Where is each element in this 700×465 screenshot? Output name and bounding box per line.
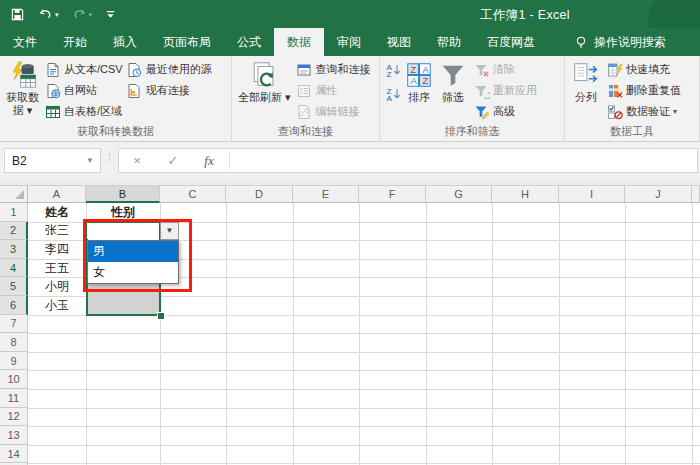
tab-公式[interactable]: 公式	[224, 28, 274, 56]
remove-duplicates-button[interactable]: 删除重复值	[606, 80, 681, 101]
tab-百度网盘[interactable]: 百度网盘	[474, 28, 548, 56]
cell-A3[interactable]: 李四	[28, 240, 86, 259]
refresh-all-button[interactable]: 全部刷新 ▾	[236, 59, 293, 104]
gridline	[28, 352, 700, 353]
redo-button: ▾	[72, 5, 93, 23]
tell-me-search[interactable]: 操作说明搜索	[574, 28, 666, 56]
save-button[interactable]	[10, 5, 25, 23]
existing-connections-button[interactable]: 现有连接	[126, 80, 212, 101]
reapply-filter-button-label: 重新应用	[493, 83, 537, 98]
gridline	[28, 408, 700, 409]
quick-access-toolbar: ▾▾	[10, 5, 116, 23]
insert-function-icon[interactable]: fx	[191, 153, 227, 169]
cell-A1[interactable]: 姓名	[28, 203, 86, 222]
cell-A4[interactable]: 王五	[28, 259, 86, 278]
sort-ascending-button[interactable]: AZ	[384, 61, 402, 78]
ribbon-group-2: AZZAZAAZ排序筛选清除重新应用高级排序和筛选	[380, 56, 565, 141]
row-header-7[interactable]: 7	[0, 315, 28, 334]
get-data-button[interactable]: 获取数据 ▾	[4, 59, 41, 117]
row-header-11[interactable]: 11	[0, 389, 28, 408]
gridline	[28, 445, 700, 446]
from-web-button[interactable]: 自网站	[44, 80, 123, 101]
column-header-D[interactable]: D	[226, 186, 293, 203]
gridline	[28, 370, 700, 371]
column-header-A[interactable]: A	[28, 186, 86, 203]
row-header-8[interactable]: 8	[0, 333, 28, 352]
undo-button-caret-icon[interactable]: ▾	[55, 11, 59, 18]
row-header-13[interactable]: 13	[0, 426, 28, 445]
row-header-6[interactable]: 6	[0, 296, 28, 315]
row-header-9[interactable]: 9	[0, 352, 28, 371]
properties-button-label: 属性	[316, 83, 338, 98]
excel-window: ▾▾ 工作簿1 - Excel 文件开始插入页面布局公式数据审阅视图帮助百度网盘…	[0, 0, 700, 465]
data-validation-button[interactable]: 数据验证▾	[606, 101, 681, 122]
edit-links-button: 编辑链接	[296, 101, 371, 122]
column-header-J[interactable]: J	[625, 186, 692, 203]
worksheet-grid: ABCDEFGHIJ123456789101112131415姓名性别张三李四王…	[0, 186, 700, 465]
svg-text:Z: Z	[387, 70, 392, 78]
existing-connections-button-label: 现有连接	[146, 83, 190, 98]
queries-connections-button-label: 查询和连接	[316, 62, 371, 77]
tab-帮助[interactable]: 帮助	[424, 28, 474, 56]
cell-A5[interactable]: 小明	[28, 277, 86, 296]
gridline	[28, 463, 700, 464]
tab-页面布局[interactable]: 页面布局	[150, 28, 224, 56]
column-header-G[interactable]: G	[426, 186, 492, 203]
tab-插入[interactable]: 插入	[100, 28, 150, 56]
from-text-csv-button[interactable]: 从文本/CSV	[44, 59, 123, 80]
qat-customize-button[interactable]	[105, 5, 116, 23]
flash-fill-button[interactable]: 快速填充	[606, 59, 681, 80]
queries-connections-button[interactable]: 查询和连接	[296, 59, 371, 80]
recent-sources-button[interactable]: 最近使用的源	[126, 59, 212, 80]
from-table-range-button-label: 自表格/区域	[64, 104, 122, 119]
filter-button[interactable]: 筛选	[436, 59, 470, 104]
from-table-range-button[interactable]: 自表格/区域	[44, 101, 123, 122]
row-header-4[interactable]: 4	[0, 259, 28, 278]
redo-button-caret-icon: ▾	[89, 11, 93, 18]
sort-button[interactable]: ZAAZ排序	[402, 59, 436, 104]
gridline	[28, 426, 700, 427]
title-bar: ▾▾ 工作簿1 - Excel	[0, 0, 700, 28]
tab-文件[interactable]: 文件	[0, 28, 50, 56]
fill-handle[interactable]	[157, 312, 165, 320]
lightbulb-icon	[574, 35, 588, 50]
column-header-F[interactable]: F	[359, 186, 426, 203]
svg-text:A: A	[410, 76, 417, 86]
row-header-14[interactable]: 14	[0, 445, 28, 464]
column-header-B[interactable]: B	[86, 186, 160, 203]
sort-descending-button[interactable]: ZA	[384, 85, 402, 102]
name-box-caret-icon[interactable]: ▼	[86, 156, 94, 165]
advanced-filter-button[interactable]: 高级	[473, 101, 537, 122]
enter-icon[interactable]: ✓	[155, 153, 191, 168]
edit-links-button-label: 编辑链接	[316, 104, 360, 119]
existing-connections-icon	[126, 83, 143, 99]
ribbon-group-label: 排序和筛选	[380, 124, 564, 139]
recent-sources-icon	[126, 62, 143, 78]
row-header-1[interactable]: 1	[0, 203, 28, 222]
cell-A2[interactable]: 张三	[28, 222, 86, 241]
remove-duplicates-button-label: 删除重复值	[626, 83, 681, 98]
tab-数据[interactable]: 数据	[274, 28, 324, 56]
row-header-3[interactable]: 3	[0, 240, 28, 259]
from-web-button-label: 自网站	[64, 83, 97, 98]
text-to-columns-button[interactable]: 分列	[569, 59, 603, 104]
cancel-icon[interactable]: ×	[119, 153, 155, 168]
undo-button[interactable]: ▾	[38, 5, 59, 23]
row-header-12[interactable]: 12	[0, 408, 28, 427]
tab-视图[interactable]: 视图	[374, 28, 424, 56]
row-header-10[interactable]: 10	[0, 370, 28, 389]
tab-开始[interactable]: 开始	[50, 28, 100, 56]
column-header-E[interactable]: E	[293, 186, 359, 203]
column-header-C[interactable]: C	[160, 186, 226, 203]
column-header-I[interactable]: I	[559, 186, 625, 203]
cell-A6[interactable]: 小玉	[28, 296, 86, 315]
row-header-2[interactable]: 2	[0, 222, 28, 241]
name-box[interactable]: B2 ▼	[4, 148, 101, 173]
formula-input[interactable]	[232, 149, 697, 172]
select-all-corner[interactable]	[0, 186, 28, 203]
tab-审阅[interactable]: 审阅	[324, 28, 374, 56]
column-header-H[interactable]: H	[492, 186, 559, 203]
from-text-csv-icon	[44, 62, 61, 78]
data-validation-button-caret-icon[interactable]: ▾	[673, 107, 677, 116]
row-header-5[interactable]: 5	[0, 277, 28, 296]
